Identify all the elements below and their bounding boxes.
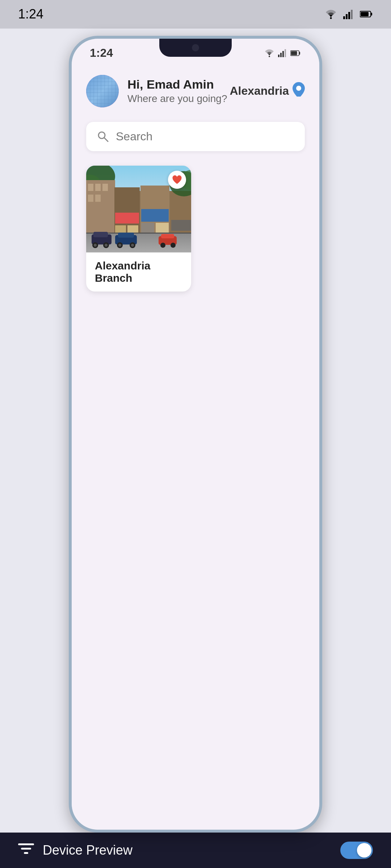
svg-rect-37	[156, 223, 169, 234]
battery-icon	[360, 10, 373, 18]
search-input[interactable]	[116, 130, 294, 143]
header-left: Hi, Emad Amin Where are you going?	[86, 75, 227, 107]
system-icons	[324, 9, 373, 19]
svg-rect-26	[95, 184, 101, 191]
svg-rect-27	[102, 184, 108, 191]
svg-point-48	[105, 244, 108, 247]
device-preview-left: Device Preview	[18, 842, 133, 858]
svg-rect-6	[371, 13, 372, 16]
svg-rect-11	[282, 51, 284, 57]
svg-rect-1	[343, 16, 345, 19]
notch	[159, 39, 232, 57]
phone-battery-icon	[290, 50, 301, 56]
phone-status-icons	[264, 49, 301, 57]
svg-point-16	[296, 86, 301, 91]
device-preview-toggle[interactable]	[340, 842, 373, 859]
phone-content: 1:24	[72, 39, 319, 830]
location-name: Alexandria	[230, 84, 289, 98]
svg-point-57	[160, 243, 165, 248]
svg-rect-25	[88, 184, 93, 191]
svg-point-8	[269, 56, 270, 57]
location-pin-icon	[293, 82, 305, 100]
branches-grid: Alexandria Branch	[86, 166, 305, 292]
svg-rect-56	[161, 234, 174, 238]
svg-rect-36	[141, 223, 154, 234]
svg-rect-31	[115, 213, 139, 224]
svg-point-0	[330, 17, 332, 19]
svg-rect-29	[95, 195, 101, 202]
svg-rect-28	[88, 195, 93, 202]
user-avatar[interactable]	[86, 75, 119, 107]
svg-rect-61	[18, 843, 34, 845]
wifi-icon	[324, 9, 337, 19]
svg-point-54	[131, 244, 134, 247]
svg-rect-44	[93, 232, 108, 237]
device-preview-bar: Device Preview	[0, 833, 391, 868]
svg-rect-3	[348, 12, 350, 19]
signal-icon	[343, 9, 354, 19]
greeting-text: Hi, Emad Amin Where are you going?	[127, 77, 227, 105]
svg-point-53	[118, 244, 121, 247]
phone-frame: 1:24	[69, 36, 322, 833]
svg-rect-9	[278, 55, 279, 57]
svg-rect-10	[280, 53, 282, 57]
branch-card[interactable]: Alexandria Branch	[86, 166, 191, 292]
device-preview-label: Device Preview	[43, 843, 133, 858]
phone-wifi-icon	[264, 49, 274, 57]
card-image-wrap	[86, 166, 191, 252]
front-camera	[192, 44, 199, 51]
svg-rect-14	[299, 52, 300, 55]
favorite-button[interactable]	[168, 171, 186, 189]
greeting-subtitle: Where are you going?	[127, 93, 227, 105]
filter-icon[interactable]	[18, 842, 34, 858]
svg-rect-12	[285, 49, 286, 57]
svg-rect-50	[118, 233, 134, 238]
svg-point-47	[94, 244, 97, 247]
svg-line-18	[104, 138, 108, 141]
svg-rect-62	[21, 848, 31, 850]
phone-signal-icon	[278, 49, 287, 57]
app-main-content: Hi, Emad Amin Where are you going? Alexa…	[72, 64, 319, 830]
svg-rect-4	[351, 10, 353, 19]
svg-rect-15	[291, 51, 297, 55]
app-header: Hi, Emad Amin Where are you going? Alexa…	[86, 75, 305, 107]
svg-rect-2	[346, 14, 348, 19]
svg-rect-35	[141, 209, 169, 222]
phone-time: 1:24	[90, 46, 113, 60]
system-time: 1:24	[18, 7, 43, 22]
svg-rect-39	[171, 220, 191, 231]
search-icon	[97, 131, 109, 142]
svg-point-58	[171, 243, 176, 248]
svg-rect-7	[361, 12, 369, 16]
avatar-image	[86, 75, 119, 107]
toggle-knob	[357, 843, 371, 858]
branch-card-title: Alexandria Branch	[86, 252, 191, 292]
search-bar[interactable]	[86, 122, 305, 151]
status-bar: 1:24	[0, 0, 391, 29]
svg-rect-63	[24, 852, 28, 854]
location-badge[interactable]: Alexandria	[230, 82, 305, 100]
greeting-name: Hi, Emad Amin	[127, 77, 227, 92]
